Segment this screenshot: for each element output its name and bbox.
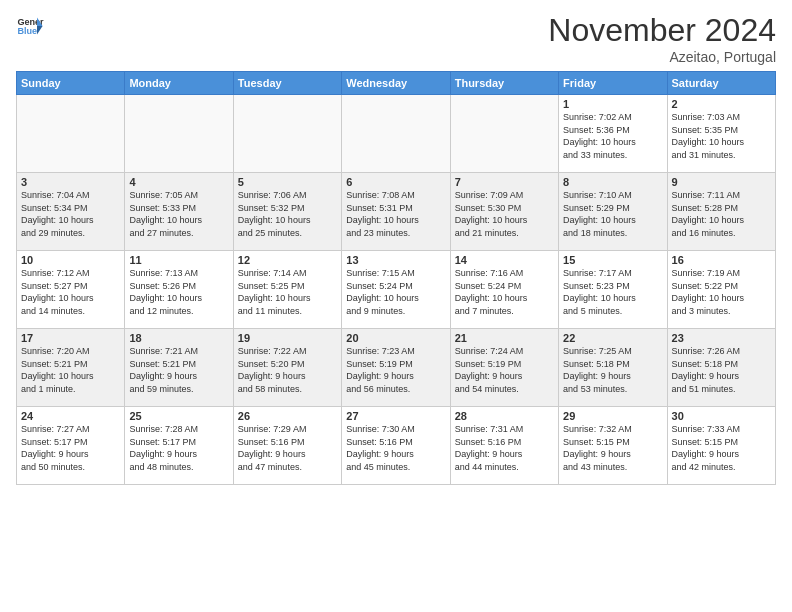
logo-icon: General Blue xyxy=(16,12,44,40)
day-number: 14 xyxy=(455,254,554,266)
day-info: Sunrise: 7:11 AM Sunset: 5:28 PM Dayligh… xyxy=(672,189,771,239)
day-info: Sunrise: 7:10 AM Sunset: 5:29 PM Dayligh… xyxy=(563,189,662,239)
day-number: 8 xyxy=(563,176,662,188)
day-number: 3 xyxy=(21,176,120,188)
day-number: 15 xyxy=(563,254,662,266)
weekday-header-monday: Monday xyxy=(125,72,233,95)
svg-marker-3 xyxy=(37,26,43,34)
calendar-week-2: 3Sunrise: 7:04 AM Sunset: 5:34 PM Daylig… xyxy=(17,173,776,251)
day-info: Sunrise: 7:06 AM Sunset: 5:32 PM Dayligh… xyxy=(238,189,337,239)
day-info: Sunrise: 7:21 AM Sunset: 5:21 PM Dayligh… xyxy=(129,345,228,395)
day-info: Sunrise: 7:31 AM Sunset: 5:16 PM Dayligh… xyxy=(455,423,554,473)
weekday-header-tuesday: Tuesday xyxy=(233,72,341,95)
day-number: 12 xyxy=(238,254,337,266)
weekday-header-sunday: Sunday xyxy=(17,72,125,95)
day-number: 9 xyxy=(672,176,771,188)
day-info: Sunrise: 7:27 AM Sunset: 5:17 PM Dayligh… xyxy=(21,423,120,473)
calendar-cell: 26Sunrise: 7:29 AM Sunset: 5:16 PM Dayli… xyxy=(233,407,341,485)
day-info: Sunrise: 7:22 AM Sunset: 5:20 PM Dayligh… xyxy=(238,345,337,395)
day-info: Sunrise: 7:28 AM Sunset: 5:17 PM Dayligh… xyxy=(129,423,228,473)
day-info: Sunrise: 7:24 AM Sunset: 5:19 PM Dayligh… xyxy=(455,345,554,395)
calendar-week-1: 1Sunrise: 7:02 AM Sunset: 5:36 PM Daylig… xyxy=(17,95,776,173)
day-number: 19 xyxy=(238,332,337,344)
day-number: 22 xyxy=(563,332,662,344)
day-number: 27 xyxy=(346,410,445,422)
calendar-cell xyxy=(17,95,125,173)
calendar-cell xyxy=(125,95,233,173)
day-number: 10 xyxy=(21,254,120,266)
day-number: 21 xyxy=(455,332,554,344)
day-number: 4 xyxy=(129,176,228,188)
calendar-cell: 18Sunrise: 7:21 AM Sunset: 5:21 PM Dayli… xyxy=(125,329,233,407)
calendar-cell: 30Sunrise: 7:33 AM Sunset: 5:15 PM Dayli… xyxy=(667,407,775,485)
day-number: 25 xyxy=(129,410,228,422)
day-info: Sunrise: 7:33 AM Sunset: 5:15 PM Dayligh… xyxy=(672,423,771,473)
calendar-cell: 27Sunrise: 7:30 AM Sunset: 5:16 PM Dayli… xyxy=(342,407,450,485)
day-info: Sunrise: 7:05 AM Sunset: 5:33 PM Dayligh… xyxy=(129,189,228,239)
svg-text:Blue: Blue xyxy=(17,26,37,36)
day-info: Sunrise: 7:20 AM Sunset: 5:21 PM Dayligh… xyxy=(21,345,120,395)
calendar-cell: 14Sunrise: 7:16 AM Sunset: 5:24 PM Dayli… xyxy=(450,251,558,329)
calendar-cell: 11Sunrise: 7:13 AM Sunset: 5:26 PM Dayli… xyxy=(125,251,233,329)
day-info: Sunrise: 7:03 AM Sunset: 5:35 PM Dayligh… xyxy=(672,111,771,161)
calendar-cell: 28Sunrise: 7:31 AM Sunset: 5:16 PM Dayli… xyxy=(450,407,558,485)
day-number: 5 xyxy=(238,176,337,188)
day-number: 17 xyxy=(21,332,120,344)
day-info: Sunrise: 7:09 AM Sunset: 5:30 PM Dayligh… xyxy=(455,189,554,239)
day-number: 30 xyxy=(672,410,771,422)
day-number: 28 xyxy=(455,410,554,422)
calendar-cell: 6Sunrise: 7:08 AM Sunset: 5:31 PM Daylig… xyxy=(342,173,450,251)
calendar-cell: 20Sunrise: 7:23 AM Sunset: 5:19 PM Dayli… xyxy=(342,329,450,407)
calendar-table: SundayMondayTuesdayWednesdayThursdayFrid… xyxy=(16,71,776,485)
weekday-header-thursday: Thursday xyxy=(450,72,558,95)
calendar-cell: 1Sunrise: 7:02 AM Sunset: 5:36 PM Daylig… xyxy=(559,95,667,173)
calendar-cell xyxy=(450,95,558,173)
day-info: Sunrise: 7:16 AM Sunset: 5:24 PM Dayligh… xyxy=(455,267,554,317)
day-info: Sunrise: 7:02 AM Sunset: 5:36 PM Dayligh… xyxy=(563,111,662,161)
day-info: Sunrise: 7:32 AM Sunset: 5:15 PM Dayligh… xyxy=(563,423,662,473)
day-number: 16 xyxy=(672,254,771,266)
day-number: 20 xyxy=(346,332,445,344)
day-number: 1 xyxy=(563,98,662,110)
day-number: 24 xyxy=(21,410,120,422)
calendar-cell: 9Sunrise: 7:11 AM Sunset: 5:28 PM Daylig… xyxy=(667,173,775,251)
calendar-cell: 25Sunrise: 7:28 AM Sunset: 5:17 PM Dayli… xyxy=(125,407,233,485)
day-number: 6 xyxy=(346,176,445,188)
day-number: 13 xyxy=(346,254,445,266)
calendar-cell: 17Sunrise: 7:20 AM Sunset: 5:21 PM Dayli… xyxy=(17,329,125,407)
day-number: 26 xyxy=(238,410,337,422)
day-info: Sunrise: 7:23 AM Sunset: 5:19 PM Dayligh… xyxy=(346,345,445,395)
calendar-cell xyxy=(233,95,341,173)
day-info: Sunrise: 7:14 AM Sunset: 5:25 PM Dayligh… xyxy=(238,267,337,317)
weekday-header-wednesday: Wednesday xyxy=(342,72,450,95)
day-info: Sunrise: 7:15 AM Sunset: 5:24 PM Dayligh… xyxy=(346,267,445,317)
day-number: 23 xyxy=(672,332,771,344)
day-info: Sunrise: 7:26 AM Sunset: 5:18 PM Dayligh… xyxy=(672,345,771,395)
month-title: November 2024 xyxy=(548,12,776,49)
day-info: Sunrise: 7:13 AM Sunset: 5:26 PM Dayligh… xyxy=(129,267,228,317)
calendar-cell: 8Sunrise: 7:10 AM Sunset: 5:29 PM Daylig… xyxy=(559,173,667,251)
location: Azeitao, Portugal xyxy=(548,49,776,65)
calendar-cell: 2Sunrise: 7:03 AM Sunset: 5:35 PM Daylig… xyxy=(667,95,775,173)
calendar-cell: 10Sunrise: 7:12 AM Sunset: 5:27 PM Dayli… xyxy=(17,251,125,329)
page-container: General Blue November 2024 Azeitao, Port… xyxy=(0,0,792,493)
weekday-header-friday: Friday xyxy=(559,72,667,95)
calendar-cell: 16Sunrise: 7:19 AM Sunset: 5:22 PM Dayli… xyxy=(667,251,775,329)
calendar-cell: 22Sunrise: 7:25 AM Sunset: 5:18 PM Dayli… xyxy=(559,329,667,407)
calendar-cell: 21Sunrise: 7:24 AM Sunset: 5:19 PM Dayli… xyxy=(450,329,558,407)
calendar-cell: 19Sunrise: 7:22 AM Sunset: 5:20 PM Dayli… xyxy=(233,329,341,407)
calendar-cell: 29Sunrise: 7:32 AM Sunset: 5:15 PM Dayli… xyxy=(559,407,667,485)
day-number: 2 xyxy=(672,98,771,110)
day-info: Sunrise: 7:08 AM Sunset: 5:31 PM Dayligh… xyxy=(346,189,445,239)
day-info: Sunrise: 7:19 AM Sunset: 5:22 PM Dayligh… xyxy=(672,267,771,317)
calendar-cell: 13Sunrise: 7:15 AM Sunset: 5:24 PM Dayli… xyxy=(342,251,450,329)
day-info: Sunrise: 7:29 AM Sunset: 5:16 PM Dayligh… xyxy=(238,423,337,473)
day-number: 18 xyxy=(129,332,228,344)
calendar-week-5: 24Sunrise: 7:27 AM Sunset: 5:17 PM Dayli… xyxy=(17,407,776,485)
calendar-cell xyxy=(342,95,450,173)
calendar-cell: 5Sunrise: 7:06 AM Sunset: 5:32 PM Daylig… xyxy=(233,173,341,251)
calendar-cell: 15Sunrise: 7:17 AM Sunset: 5:23 PM Dayli… xyxy=(559,251,667,329)
calendar-week-3: 10Sunrise: 7:12 AM Sunset: 5:27 PM Dayli… xyxy=(17,251,776,329)
weekday-header-saturday: Saturday xyxy=(667,72,775,95)
calendar-cell: 12Sunrise: 7:14 AM Sunset: 5:25 PM Dayli… xyxy=(233,251,341,329)
